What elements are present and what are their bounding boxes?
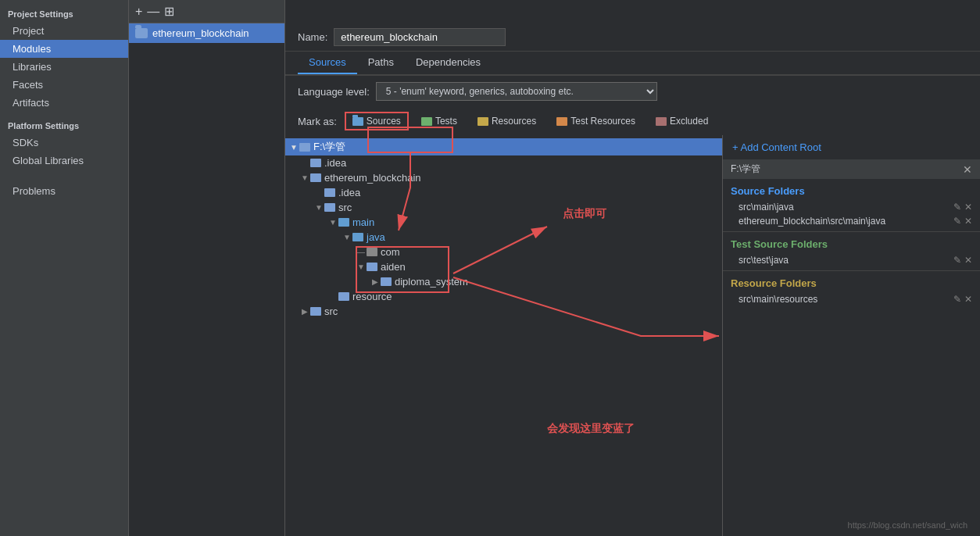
src2-folder-icon <box>310 307 321 316</box>
resource-title: Resource Folders <box>723 274 980 292</box>
source-path-2-edit-btn[interactable]: ✎ <box>953 216 961 227</box>
test-path-1-edit-btn[interactable]: ✎ <box>953 255 961 266</box>
resource-path-row-1: src\main\resources ✎ ✕ <box>723 292 980 306</box>
source-folders-title: Source Folders <box>723 179 980 200</box>
test-path-1: src\test\java <box>739 255 789 266</box>
test-path-1-remove-btn[interactable]: ✕ <box>964 255 972 266</box>
mark-resources-btn[interactable]: Resources <box>470 112 544 130</box>
source-path-1-remove-btn[interactable]: ✕ <box>964 202 972 213</box>
lang-select[interactable]: 5 - 'enum' keyword, generics, autoboxing… <box>376 82 657 101</box>
tree-row[interactable]: resource <box>285 289 722 304</box>
tree-main-label: main <box>352 216 374 228</box>
tab-sources[interactable]: Sources <box>298 52 357 74</box>
src-folder-icon <box>324 203 335 212</box>
source-path-1-edit-btn[interactable]: ✎ <box>953 202 961 213</box>
resource-path-1-remove-btn[interactable]: ✕ <box>964 294 972 305</box>
mark-resources-label: Resources <box>492 116 536 127</box>
source-path-row-1: src\main\java ✎ ✕ <box>723 200 980 214</box>
sidebar-item-problems[interactable]: Problems <box>0 182 128 200</box>
tree-idea2-label: .idea <box>338 187 360 198</box>
test-path-row-1: src\test\java ✎ ✕ <box>723 253 980 267</box>
tree-src-label: src <box>338 202 352 213</box>
aiden-folder-icon <box>367 263 377 271</box>
sidebar-item-project[interactable]: Project <box>0 22 128 40</box>
module-panel: + — ⊞ ethereum_blockchain <box>129 0 285 536</box>
tab-dependencies[interactable]: Dependencies <box>405 52 492 74</box>
sources-folder-icon <box>352 117 363 126</box>
tree-java-label: java <box>367 231 385 243</box>
project-settings-title: Project Settings <box>0 6 128 22</box>
name-label: Name: <box>298 31 327 43</box>
tab-paths[interactable]: Paths <box>357 52 405 74</box>
tree-root-label: F:\学管 <box>313 140 345 154</box>
tree-right-area: ▼ F:\学管 .idea ▼ ethereum_blockchain <box>285 135 980 536</box>
idea2-folder-icon <box>324 188 335 197</box>
tree-src2-label: src <box>324 306 338 317</box>
sidebar-item-artifacts[interactable]: Artifacts <box>0 94 128 112</box>
idea-folder-icon <box>310 159 321 167</box>
module-folder-icon <box>135 28 148 38</box>
divider-2 <box>723 270 980 271</box>
resource-path-1-edit-btn[interactable]: ✎ <box>953 294 961 305</box>
sidebar-item-sdks[interactable]: SDKs <box>0 134 128 152</box>
tree-row[interactable]: ▶ src <box>285 304 722 319</box>
tree-root-row[interactable]: ▼ F:\学管 <box>285 138 722 155</box>
module-add-btn[interactable]: + <box>135 5 142 19</box>
tree-aiden-label: aiden <box>381 261 406 273</box>
module-list-item[interactable]: ethereum_blockchain <box>129 23 284 43</box>
tree-com-label: com <box>381 246 400 258</box>
tree-row[interactable]: ▼ ethereum_blockchain <box>285 170 722 185</box>
module-remove-btn[interactable]: — <box>147 5 159 19</box>
sidebar-item-facets[interactable]: Facets <box>0 76 128 94</box>
lang-label: Language level: <box>298 86 370 98</box>
sidebar-item-libraries[interactable]: Libraries <box>0 58 128 76</box>
module-copy-btn[interactable]: ⊞ <box>164 4 174 19</box>
com-folder-icon <box>367 248 377 256</box>
mark-excluded-btn[interactable]: Excluded <box>648 112 716 130</box>
tree-idea-label: .idea <box>324 157 346 169</box>
test-resources-folder-icon <box>556 117 567 126</box>
add-content-root-label: + Add Content Root <box>732 141 821 153</box>
sidebar-item-modules[interactable]: Modules <box>0 40 128 58</box>
tree-row[interactable]: .idea <box>285 185 722 200</box>
resource-path-1: src\main\resources <box>739 294 817 305</box>
resource-folder-icon <box>338 292 349 301</box>
mark-tests-btn[interactable]: Tests <box>413 112 465 130</box>
tree-row[interactable]: ▼ aiden <box>285 259 722 274</box>
source-path-2-remove-btn[interactable]: ✕ <box>964 216 972 227</box>
tree-row[interactable]: ▼ src <box>285 200 722 215</box>
tree-row[interactable]: .idea <box>285 155 722 170</box>
sidebar-item-global-libraries[interactable]: Global Libraries <box>0 152 128 170</box>
right-panel: + Add Content Root F:\学管 ✕ Source Folder… <box>722 135 980 536</box>
mark-sources-btn[interactable]: Sources <box>345 112 409 130</box>
source-path-2: ethereum_blockchain\src\main\java <box>739 216 885 227</box>
name-input[interactable] <box>334 28 506 46</box>
file-tree: ▼ F:\学管 .idea ▼ ethereum_blockchain <box>285 135 722 536</box>
sidebar: Project Settings Project Modules Librari… <box>0 0 129 536</box>
tree-resource-label: resource <box>352 291 392 302</box>
bottom-url: https://blog.csdn.net/sand_wich <box>848 520 967 530</box>
mark-test-resources-label: Test Resources <box>570 116 635 127</box>
name-row: Name: <box>285 23 980 52</box>
tree-eth-label: ethereum_blockchain <box>324 172 421 184</box>
test-source-title: Test Source Folders <box>723 235 980 253</box>
platform-settings-title: Platform Settings <box>0 118 128 134</box>
excluded-folder-icon <box>656 117 667 126</box>
tree-java-row[interactable]: ▼ java <box>285 230 722 245</box>
lang-row: Language level: 5 - 'enum' keyword, gene… <box>285 76 980 107</box>
resources-folder-icon <box>477 117 488 126</box>
root-path-display: F:\学管 <box>731 163 760 176</box>
eth-folder-icon <box>310 173 321 182</box>
tests-folder-icon <box>421 117 432 126</box>
tree-main-row[interactable]: ▼ main <box>285 215 722 230</box>
tree-diploma-label: diploma_system <box>395 276 468 288</box>
mark-test-resources-btn[interactable]: Test Resources <box>549 112 643 130</box>
module-name: ethereum_blockchain <box>152 27 249 39</box>
root-path-close-btn[interactable]: ✕ <box>963 163 972 176</box>
add-content-root-btn[interactable]: + Add Content Root <box>723 135 980 159</box>
tree-row[interactable]: ▶ diploma_system <box>285 274 722 289</box>
mark-sources-label: Sources <box>367 116 401 127</box>
main-folder-icon <box>338 218 349 227</box>
tree-row[interactable]: — com <box>285 245 722 259</box>
mark-as-label: Mark as: <box>298 116 337 127</box>
